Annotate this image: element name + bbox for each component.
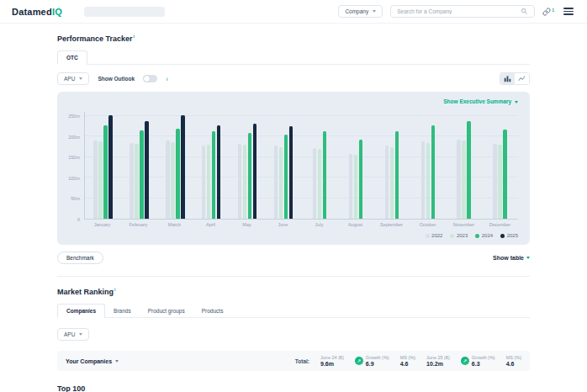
bar-2023 (98, 141, 103, 219)
y-axis-tick: 100m (68, 176, 80, 181)
apu-select[interactable]: APU (57, 72, 89, 85)
bar-2022 (202, 146, 206, 219)
your-companies-toggle[interactable]: Your Companies (66, 358, 119, 364)
show-table-link[interactable]: Show table (493, 255, 530, 261)
apu-select-label: APU (64, 76, 75, 82)
chart-type-bar-button[interactable] (500, 73, 515, 84)
toggle-knob (144, 76, 150, 82)
bar-2025 (217, 125, 221, 219)
legend-dot (500, 234, 505, 238)
bar-2024 (359, 140, 363, 219)
bar-2025 (181, 115, 185, 219)
performance-tracker-title-text: Performance Tracker (57, 34, 133, 43)
market-ranking-title: Market Rankingi (57, 287, 530, 296)
total-label: Total: (295, 358, 309, 364)
chart-type-switch (500, 72, 530, 85)
bar-2023 (171, 142, 175, 219)
tab-product-groups[interactable]: Product groups (140, 305, 193, 317)
bar-2023 (318, 149, 322, 219)
tab-otc[interactable]: OTC (57, 50, 87, 65)
top-bar: DatamedIQ Company 1 (0, 0, 587, 24)
chevron-down-icon (79, 77, 82, 80)
tab-brands[interactable]: Brands (105, 305, 140, 317)
y-axis-tick: 150m (68, 155, 80, 160)
legend-dot (450, 234, 454, 238)
metric-value: 10.2m (426, 361, 450, 367)
line-chart-icon (518, 75, 526, 82)
bar-2022 (457, 140, 461, 219)
bar-2024 (212, 131, 216, 219)
chevron-down-icon (115, 360, 119, 363)
market-ranking-title-text: Market Ranking (57, 288, 114, 296)
y-axis-tick: 200m (68, 135, 80, 140)
show-outlook-toggle[interactable] (143, 75, 157, 82)
x-axis-label: April (193, 222, 229, 227)
metric-label: Growth (%) (366, 355, 389, 360)
bar-2022 (313, 148, 317, 219)
bar-2023 (462, 140, 466, 219)
link-icon (542, 8, 551, 16)
search-input[interactable] (397, 8, 517, 14)
bar-group (482, 112, 518, 219)
x-axis-label: June (265, 222, 301, 227)
bar-2023 (354, 155, 358, 219)
bar-2024 (248, 133, 252, 219)
chart-plot (84, 112, 518, 220)
company-select[interactable]: Company (338, 5, 383, 18)
chart-body: 050m100m150m200m250m (66, 112, 518, 220)
bar-2024 (103, 125, 108, 219)
bar-group (266, 112, 302, 219)
hamburger-icon (563, 13, 574, 14)
search-box (390, 5, 535, 18)
bar-2024 (467, 121, 471, 219)
info-icon: i (114, 287, 115, 292)
metric-ms-25: MS (%) 4.6 (506, 355, 521, 367)
legend-item: 2024 (475, 233, 493, 238)
metric-ms-24: MS (%) 4.6 (400, 355, 415, 367)
chart-y-axis: 050m100m150m200m250m (66, 112, 84, 220)
logo-text-accent: IQ (52, 7, 62, 17)
bar-2024 (431, 125, 436, 219)
chart-type-line-button[interactable] (515, 73, 529, 84)
menu-button[interactable] (562, 6, 575, 17)
chart-legend: 2022202320242025 (66, 233, 518, 238)
performance-tracker-title: Performance Trackeri (57, 34, 530, 43)
apu-select[interactable]: APU (57, 328, 89, 341)
bar-2024 (140, 130, 144, 219)
info-icon: i (167, 77, 167, 82)
growth-circle-icon (461, 357, 469, 365)
your-companies-label: Your Companies (66, 358, 112, 364)
bar-2024 (284, 135, 288, 219)
legend-dot (475, 234, 479, 238)
bar-group (337, 112, 373, 219)
show-executive-summary-link[interactable]: Show Executive Summary (66, 98, 518, 104)
bar-2022 (493, 144, 497, 219)
bar-2025 (289, 126, 294, 219)
logo-text-main: Datamed (12, 7, 52, 17)
tab-companies[interactable]: Companies (57, 304, 105, 318)
bar-2022 (238, 144, 242, 219)
bar-2023 (207, 145, 211, 219)
bar-2025 (108, 115, 113, 219)
redacted-block (84, 7, 165, 17)
performance-tracker-section: Performance Trackeri OTC APU Show Outloo… (57, 34, 530, 264)
x-axis-label: October (410, 222, 446, 227)
benchmark-button[interactable]: Benchmark (57, 252, 103, 264)
bar-group (193, 112, 230, 219)
main-content: Performance Trackeri OTC APU Show Outloo… (0, 24, 587, 392)
bar-2022 (385, 146, 389, 219)
bar-2025 (253, 124, 257, 219)
apu-select-label: APU (64, 331, 75, 337)
link-button[interactable]: 1 (542, 8, 554, 16)
x-axis-label: August (337, 222, 373, 227)
x-axis-label: November (446, 222, 482, 227)
bar-2022 (166, 140, 170, 219)
top-100-title: Top 100 (57, 384, 530, 392)
bar-chart-icon (504, 75, 511, 82)
x-axis-label: May (229, 222, 265, 227)
show-outlook-label-text: Show Outlook (98, 76, 135, 82)
info-icon: i (134, 34, 135, 39)
chevron-down-icon (515, 101, 518, 103)
tab-products[interactable]: Products (193, 305, 232, 317)
bar-2024 (395, 131, 399, 219)
